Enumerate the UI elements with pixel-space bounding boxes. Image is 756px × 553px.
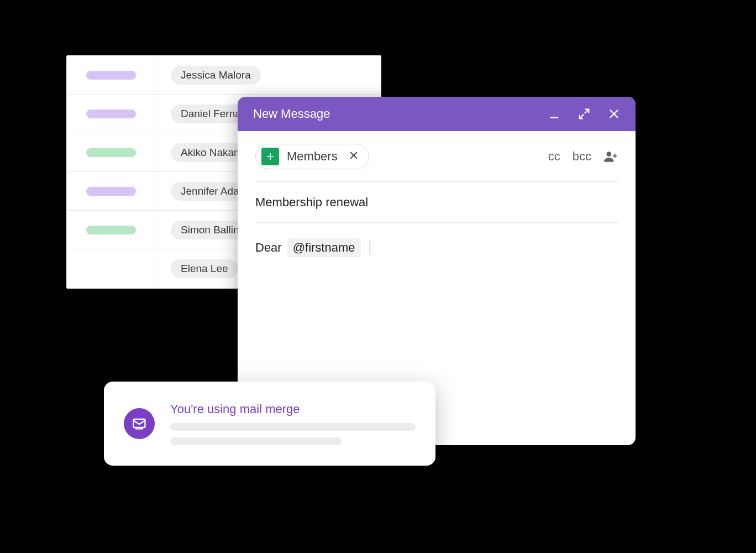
merge-tag[interactable]: @firstname <box>287 238 361 257</box>
compose-title: New Message <box>253 107 548 121</box>
name-chip: Jessica Malora <box>171 66 261 85</box>
add-recipient-icon[interactable] <box>603 149 618 164</box>
toast-title: You're using mail merge <box>170 402 416 416</box>
subject-text: Membership renewal <box>255 195 368 210</box>
mail-merge-toast: You're using mail merge <box>104 382 435 466</box>
status-pill <box>86 71 136 80</box>
recipient-chip[interactable]: Members <box>255 144 369 169</box>
svg-rect-0 <box>550 117 559 118</box>
svg-rect-2 <box>134 419 145 427</box>
compose-titlebar: New Message <box>238 97 636 131</box>
status-pill <box>86 109 136 118</box>
recipient-chip-label: Members <box>287 149 338 164</box>
mail-merge-icon <box>124 408 155 439</box>
status-pill <box>86 148 136 157</box>
text-cursor <box>370 241 370 255</box>
status-pill <box>86 226 136 234</box>
status-pill <box>86 187 136 196</box>
svg-point-1 <box>606 152 611 156</box>
close-icon[interactable] <box>608 108 620 120</box>
bcc-button[interactable]: bcc <box>573 149 591 164</box>
subject-field[interactable]: Membership renewal <box>255 182 618 223</box>
name-chip: Elena Lee <box>171 259 238 278</box>
expand-icon[interactable] <box>578 108 590 120</box>
to-field[interactable]: Members cc bcc <box>255 131 618 182</box>
placeholder-line <box>170 437 342 445</box>
body-text: Dear <box>255 241 282 255</box>
remove-chip-icon[interactable] <box>349 150 359 163</box>
email-body[interactable]: Dear @firstname <box>255 223 618 257</box>
placeholder-line <box>170 423 416 431</box>
sheets-icon <box>261 148 279 165</box>
cc-button[interactable]: cc <box>548 149 560 164</box>
minimize-icon[interactable] <box>548 108 560 120</box>
table-row[interactable]: Jessica Malora <box>67 56 381 95</box>
